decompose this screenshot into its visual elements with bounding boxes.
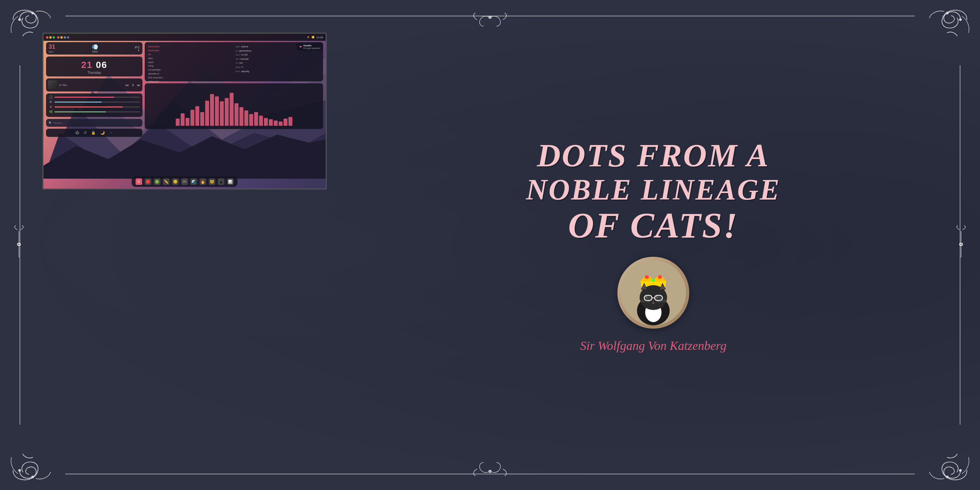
svg-rect-41 bbox=[644, 295, 652, 301]
svg-point-45 bbox=[646, 296, 646, 297]
dot7 bbox=[67, 36, 69, 38]
top-bar-left bbox=[46, 36, 69, 38]
sysinfo-wm: wm: xmonad bbox=[235, 57, 320, 61]
right-side-ornament bbox=[955, 225, 967, 265]
dock-icon-5[interactable]: 😊 bbox=[172, 178, 179, 185]
bar-19 bbox=[264, 118, 268, 126]
sleep-button[interactable]: 🌙 bbox=[100, 130, 105, 135]
weather-widget: 31 Dec 💨 Mist 8°C 🌡 bbox=[46, 42, 142, 54]
wind-icon: 💨 bbox=[92, 44, 98, 50]
pause-button[interactable]: ⏸ bbox=[131, 83, 135, 87]
dock-icon-7[interactable]: 🌊 bbox=[191, 178, 197, 185]
bar-24 bbox=[288, 117, 293, 126]
music-thumbnail bbox=[48, 80, 57, 89]
cat-avatar-container bbox=[617, 257, 689, 329]
weather-icon-area: 💨 Mist bbox=[92, 44, 98, 53]
health-info: Health Fix your posture! bbox=[304, 44, 320, 49]
search-icon: 🔍 bbox=[49, 121, 52, 124]
desktop-screenshot-panel: ⚡ 📶 21:06 ❤ Health Fix your posture! 31 … bbox=[43, 33, 327, 189]
window-minimize-dot bbox=[49, 36, 52, 38]
power-button[interactable]: ⏻ bbox=[75, 130, 79, 135]
display-icon: 🖥 bbox=[49, 105, 52, 108]
file-dwm: dwm bbox=[148, 57, 232, 60]
search-widget[interactable]: 🔍 Search... bbox=[46, 119, 142, 127]
dock-icon-4[interactable]: ✏️ bbox=[163, 178, 170, 185]
headphone-slider[interactable] bbox=[54, 97, 140, 98]
health-message: Fix your posture! bbox=[304, 47, 320, 49]
file-downloads: Downloads bbox=[148, 49, 232, 52]
main-title: Dots from a Noble Lineage of Cats! bbox=[526, 137, 781, 245]
border-top-line bbox=[65, 16, 915, 16]
svg-point-5 bbox=[19, 469, 21, 471]
file-repos: repos bbox=[148, 60, 232, 64]
svg-point-4 bbox=[32, 476, 33, 478]
slider-plant: 🌿 bbox=[49, 110, 140, 113]
weather-condition: Mist bbox=[92, 50, 98, 53]
file-tint2: tint2-executors bbox=[148, 76, 232, 80]
right-panel: Dots from a Noble Lineage of Cats! bbox=[360, 26, 947, 464]
border-bottom-line bbox=[65, 474, 915, 474]
bar-4 bbox=[191, 110, 194, 126]
dock-icon-2[interactable]: 🔴 bbox=[145, 178, 151, 185]
bar-8 bbox=[210, 94, 214, 126]
prev-button[interactable]: ⏮ bbox=[126, 83, 129, 87]
title-line-2: Noble Lineage bbox=[526, 173, 781, 206]
plant-slider[interactable] bbox=[54, 111, 140, 112]
sysinfo-kern: kern: 5.4.80 bbox=[235, 53, 320, 57]
lock-button[interactable]: 🔒 bbox=[91, 130, 96, 135]
svg-point-10 bbox=[489, 470, 491, 473]
file-spice: spicetify-cli bbox=[148, 72, 232, 76]
svg-point-1 bbox=[19, 19, 21, 21]
plant-icon: 🌿 bbox=[49, 110, 52, 113]
bar-14 bbox=[239, 107, 243, 126]
left-side-ornament bbox=[13, 225, 25, 265]
top-bar: ⚡ 📶 21:06 bbox=[43, 33, 326, 41]
svg-point-2 bbox=[947, 12, 948, 14]
slider-headphone: 🎧 bbox=[49, 95, 140, 99]
refresh-button[interactable]: ↺ bbox=[84, 130, 87, 135]
top-bar-right: ⚡ 📶 21:06 bbox=[307, 36, 323, 39]
wifi-icon: 📶 bbox=[312, 36, 315, 38]
music-title: In The... bbox=[59, 84, 124, 87]
bar-12 bbox=[230, 93, 234, 126]
file-rofi: rofi-spotlight bbox=[148, 68, 232, 72]
svg-point-11 bbox=[489, 471, 491, 472]
dock-icon-6[interactable]: 🎮 bbox=[181, 178, 188, 185]
health-title: Health bbox=[304, 44, 320, 47]
weather-temp: 8°C 🌡 bbox=[135, 46, 140, 51]
svg-rect-42 bbox=[655, 295, 662, 301]
svg-point-24 bbox=[645, 275, 649, 279]
dock-icon-1[interactable]: 🎯 bbox=[135, 178, 142, 185]
dock-icon-10[interactable]: 📱 bbox=[218, 178, 224, 185]
bar-2 bbox=[181, 113, 185, 126]
clock-day: Thursday bbox=[49, 71, 140, 75]
title-line-1: Dots from a bbox=[526, 137, 781, 173]
svg-point-25 bbox=[652, 278, 655, 282]
dock-icon-9[interactable]: 🐱 bbox=[209, 178, 215, 185]
headphone-icon: 🎧 bbox=[49, 95, 52, 99]
sysinfo-sh: sh: zsh bbox=[235, 61, 320, 65]
file-list: Documents Downloads bin dwm repos ricing… bbox=[148, 45, 232, 79]
system-buttons: ⏻ ↺ 🔒 🌙 → bbox=[46, 129, 142, 137]
title-line-3: of Cats! bbox=[526, 206, 781, 245]
center-widgets: Documents Downloads bin dwm repos ricing… bbox=[145, 42, 323, 131]
dock-icon-11[interactable]: 📊 bbox=[227, 178, 234, 185]
dot6 bbox=[64, 36, 66, 38]
logout-button[interactable]: → bbox=[110, 130, 113, 135]
music-controls: ⏮ ⏸ ⏭ bbox=[126, 83, 140, 87]
bar-3 bbox=[186, 118, 189, 126]
bar-23 bbox=[283, 119, 288, 126]
dock-icon-8[interactable]: 🔥 bbox=[200, 178, 206, 185]
clock-display: 21 06 bbox=[49, 60, 140, 70]
desktop-screenshot: ⚡ 📶 21:06 ❤ Health Fix your posture! 31 … bbox=[43, 33, 327, 189]
dock-icon-3[interactable]: 🟢 bbox=[154, 178, 161, 185]
bar-10 bbox=[220, 101, 224, 126]
search-placeholder: Search... bbox=[53, 121, 64, 124]
settings-slider[interactable] bbox=[54, 102, 140, 103]
display-slider[interactable] bbox=[54, 107, 140, 108]
svg-point-46 bbox=[656, 296, 657, 297]
svg-point-8 bbox=[489, 16, 491, 19]
bar-11 bbox=[225, 98, 229, 126]
next-button[interactable]: ⏭ bbox=[137, 83, 140, 87]
bar-13 bbox=[235, 103, 239, 126]
